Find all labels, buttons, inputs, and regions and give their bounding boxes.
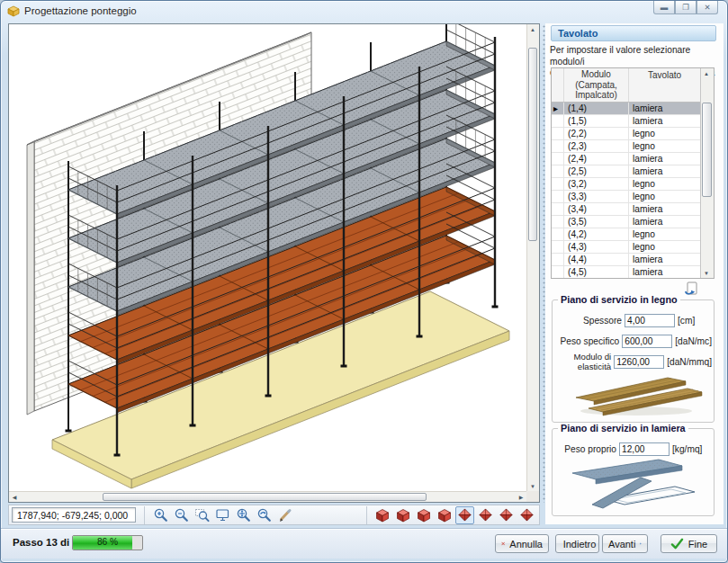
cell-modulo[interactable]: (1,4) [564, 103, 629, 114]
table-row[interactable]: (3,2) legno [552, 178, 700, 191]
cell-modulo[interactable]: (4,2) [564, 228, 629, 240]
row-marker [552, 191, 564, 202]
cell-modulo[interactable]: (4,4) [564, 254, 629, 265]
cube-view-2-button[interactable] [393, 506, 412, 524]
table-row[interactable]: (1,5) lamiera [552, 115, 700, 128]
diamond-view-4-button[interactable] [517, 506, 536, 524]
cell-modulo[interactable]: (3,5) [564, 216, 629, 228]
cell-modulo[interactable]: (3,3) [564, 191, 629, 202]
viewport-horizontal-scrollbar[interactable]: ◀ ▶ [9, 491, 526, 502]
viewport-canvas[interactable] [9, 24, 526, 491]
annulla-button[interactable]: Annulla [495, 534, 549, 553]
scroll-left-icon[interactable]: ◀ [9, 492, 20, 502]
scroll-right-icon[interactable]: ▶ [516, 492, 526, 502]
cell-tavolato[interactable]: legno [629, 140, 700, 152]
zoom-extents-button[interactable] [213, 506, 233, 524]
table-scrollbar[interactable]: ▲ ▼ [700, 68, 714, 278]
peso-specifico-unit: [daN/mc] [672, 336, 712, 346]
cell-tavolato[interactable]: lamiera [629, 115, 700, 127]
groupbox-legno: Piano di servizio in legno Spessore [cm]… [552, 299, 715, 423]
cell-tavolato[interactable]: legno [629, 228, 700, 240]
cell-modulo[interactable]: (2,4) [564, 153, 629, 165]
cell-tavolato[interactable]: legno [629, 191, 700, 202]
zoom-extents-icon [215, 507, 231, 523]
diamond-icon [479, 508, 492, 522]
table-row[interactable]: (3,4) lamiera [552, 203, 700, 216]
peso-proprio-input[interactable] [619, 442, 670, 456]
table-row[interactable]: (4,2) legno [552, 228, 700, 241]
indietro-button[interactable]: Indietro [555, 534, 599, 553]
cell-tavolato[interactable]: legno [629, 178, 700, 190]
maximize-button[interactable]: ❐ [675, 1, 697, 14]
apply-selection-button[interactable] [682, 281, 700, 298]
close-button[interactable]: ✕ [697, 1, 718, 14]
diamond-view-3-button[interactable] [497, 506, 516, 524]
row-marker [552, 241, 564, 253]
diamond-icon [499, 508, 513, 522]
row-marker [552, 203, 564, 215]
cube-view-4-button[interactable] [435, 506, 454, 524]
cell-tavolato[interactable]: legno [629, 128, 700, 139]
table-row[interactable]: (2,3) legno [552, 140, 700, 153]
zoom-in-button[interactable] [151, 506, 171, 524]
table-row[interactable]: (4,3) legno [552, 241, 700, 254]
peso-proprio-unit: [kg/mq] [670, 444, 702, 454]
zoom-window-button[interactable] [193, 506, 212, 524]
table-row[interactable]: (3,3) legno [552, 191, 700, 203]
tavolato-table[interactable]: Modulo (Campata, Impalcato) Tavolato (1,… [551, 67, 715, 279]
forward-arrow-icon [640, 538, 642, 550]
cell-modulo[interactable]: (4,3) [564, 241, 629, 253]
modulo-elasticita-input[interactable] [614, 355, 664, 369]
cell-tavolato[interactable]: lamiera [629, 254, 700, 265]
table-row[interactable]: (3,5) lamiera [552, 216, 700, 228]
cell-modulo[interactable]: (2,2) [564, 128, 629, 139]
cell-modulo[interactable]: (3,4) [564, 203, 629, 215]
zoom-dynamic-button[interactable] [234, 506, 254, 524]
window-titlebar[interactable]: Progettazione ponteggio ▬ ❐ ✕ [1, 1, 727, 21]
drawing-area: ▲ ▼ ◀ ▶ [8, 23, 540, 503]
table-body: (1,4) lamiera (1,5) lamiera (2,2) [552, 103, 700, 278]
scroll-up-icon[interactable]: ▲ [527, 24, 538, 34]
table-row[interactable]: (4,4) lamiera [552, 254, 700, 266]
peso-specifico-input[interactable] [622, 335, 672, 348]
cell-tavolato[interactable]: lamiera [629, 266, 700, 278]
spessore-input[interactable] [625, 314, 675, 327]
zoom-out-button[interactable] [172, 506, 192, 524]
cell-tavolato[interactable]: lamiera [629, 165, 700, 177]
cell-modulo[interactable]: (2,5) [564, 165, 629, 177]
viewport-vertical-scrollbar[interactable]: ▲ ▼ [526, 24, 539, 491]
zoom-previous-button[interactable] [255, 506, 274, 524]
cell-tavolato[interactable]: legno [629, 241, 700, 253]
avanti-button[interactable]: Avanti [602, 534, 648, 553]
scroll-up-icon[interactable]: ▲ [701, 68, 712, 78]
cell-modulo[interactable]: (4,5) [564, 266, 629, 278]
cell-modulo[interactable]: (2,3) [564, 140, 629, 152]
cell-tavolato[interactable]: lamiera [629, 203, 700, 215]
cancel-x-icon [501, 538, 505, 550]
cell-tavolato[interactable]: lamiera [629, 153, 700, 165]
table-row[interactable]: (1,4) lamiera [552, 103, 700, 115]
zoom-in-icon [153, 507, 169, 523]
scroll-down-icon[interactable]: ▼ [527, 481, 538, 491]
minimize-button[interactable]: ▬ [653, 1, 675, 14]
table-row[interactable]: (2,5) lamiera [552, 165, 700, 178]
table-row[interactable]: (2,4) lamiera [552, 153, 700, 165]
diamond-icon [458, 508, 472, 522]
cell-modulo[interactable]: (1,5) [564, 115, 629, 127]
measure-button[interactable] [275, 506, 295, 524]
cube-view-1-button[interactable] [373, 506, 391, 524]
row-marker [552, 266, 564, 278]
window-title: Progettazione ponteggio [24, 5, 137, 16]
tavolato-panel: Tavolato Per impostare il valore selezio… [545, 23, 724, 524]
cell-tavolato[interactable]: lamiera [629, 216, 700, 228]
table-row[interactable]: (2,2) legno [552, 128, 700, 140]
cube-view-3-button[interactable] [414, 506, 433, 524]
instructions-line-1: Per impostare il valore selezionare modu… [550, 45, 724, 67]
fine-button[interactable]: Fine [661, 534, 717, 553]
cell-tavolato[interactable]: lamiera [629, 103, 700, 114]
diamond-view-1-button[interactable] [455, 506, 474, 524]
cell-modulo[interactable]: (3,2) [564, 178, 629, 190]
table-row[interactable]: (4,5) lamiera [552, 266, 700, 278]
diamond-view-2-button[interactable] [476, 506, 495, 524]
scroll-down-icon[interactable]: ▼ [701, 268, 712, 278]
